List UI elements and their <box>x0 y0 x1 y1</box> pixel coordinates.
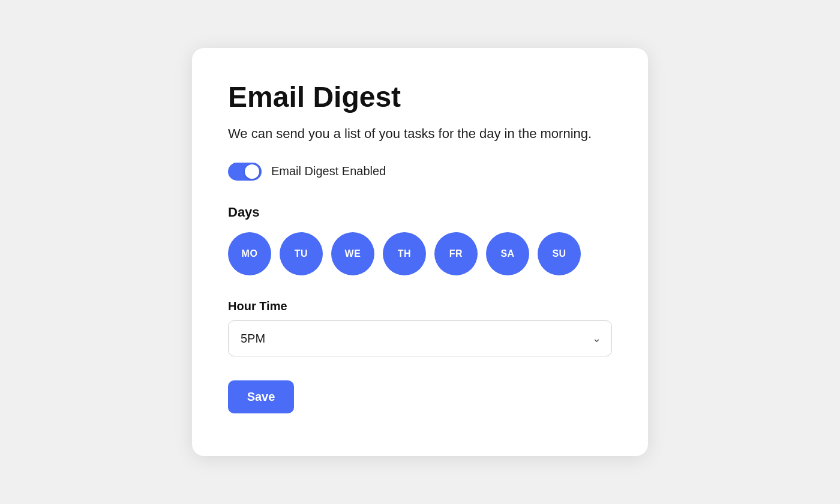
day-button-fr[interactable]: FR <box>434 232 478 275</box>
toggle-thumb <box>245 164 259 179</box>
days-section-label: Days <box>228 205 612 220</box>
page-title: Email Digest <box>228 82 612 113</box>
subtitle-text: We can send you a list of you tasks for … <box>228 124 612 143</box>
days-section: Days MO TU WE TH FR SA SU <box>228 205 612 299</box>
save-button[interactable]: Save <box>228 380 294 413</box>
day-button-tu[interactable]: TU <box>280 232 323 275</box>
day-button-mo[interactable]: MO <box>228 232 271 275</box>
hour-select-wrapper: 12AM1AM2AM3AM 4AM5AM6AM7AM 8AM9AM10AM11A… <box>228 320 612 356</box>
day-button-su[interactable]: SU <box>538 232 581 275</box>
days-row: MO TU WE TH FR SA SU <box>228 232 612 275</box>
toggle-row: Email Digest Enabled <box>228 163 612 181</box>
email-digest-toggle[interactable] <box>228 163 262 181</box>
day-button-we[interactable]: WE <box>331 232 374 275</box>
day-button-th[interactable]: TH <box>383 232 426 275</box>
hour-time-section: Hour Time 12AM1AM2AM3AM 4AM5AM6AM7AM 8AM… <box>228 299 612 380</box>
hour-time-label: Hour Time <box>228 299 612 313</box>
toggle-track <box>228 163 262 181</box>
email-digest-card: Email Digest We can send you a list of y… <box>192 48 648 456</box>
toggle-label: Email Digest Enabled <box>271 164 386 178</box>
day-button-sa[interactable]: SA <box>486 232 529 275</box>
hour-time-select[interactable]: 12AM1AM2AM3AM 4AM5AM6AM7AM 8AM9AM10AM11A… <box>228 320 612 356</box>
